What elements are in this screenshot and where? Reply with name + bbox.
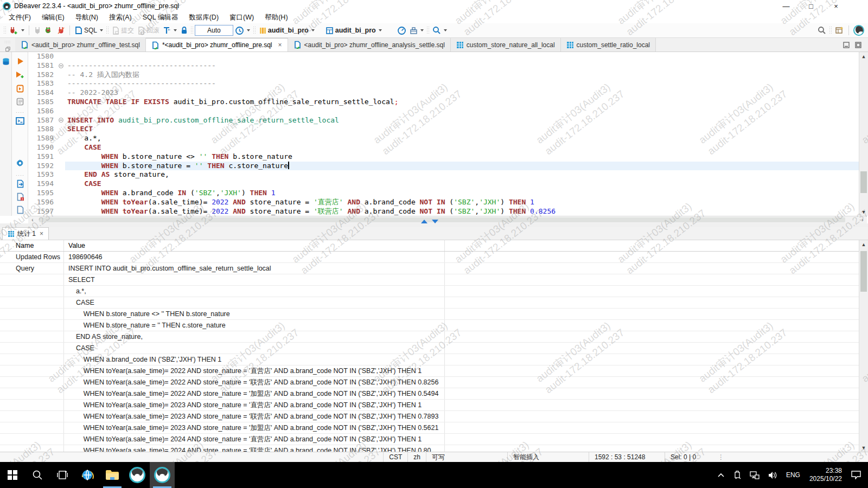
dbeaver-perspective-button[interactable]: [852, 24, 866, 37]
dashboard-button[interactable]: [395, 25, 408, 36]
menu-item-7[interactable]: 帮助(H): [260, 12, 292, 23]
open-perspective-button[interactable]: [833, 25, 846, 36]
commit-button[interactable]: 提交: [110, 25, 136, 36]
code-line-1588[interactable]: 1588SELECT: [28, 125, 859, 134]
code-area[interactable]: 15801581--------------------------------…: [28, 52, 859, 216]
active-connection-selector[interactable]: audit_bi_pro: [257, 25, 316, 36]
execute-script-gray-button[interactable]: [15, 97, 25, 106]
execute-statement-button[interactable]: [15, 56, 25, 66]
menu-item-2[interactable]: 导航(N): [71, 12, 103, 23]
hidden-icons-button[interactable]: [713, 462, 729, 488]
results-row-15[interactable]: WHEN toYear(a.sale_time)= 2023 AND store…: [0, 422, 859, 434]
results-row-10[interactable]: WHEN toYear(a.sale_time)= 2022 AND store…: [0, 365, 859, 377]
status-language[interactable]: zh: [407, 452, 426, 462]
scrollbar-thumb[interactable]: [860, 171, 867, 192]
results-row-16[interactable]: WHEN toYear(a.sale_time)= 2024 AND store…: [0, 434, 859, 445]
code-line-1582[interactable]: 1582-- 4.2 插入国内数据: [28, 70, 859, 80]
code-line-1591[interactable]: 1591 WHEN b.store_nature <> '' THEN b.st…: [28, 152, 859, 162]
results-row-14[interactable]: WHEN toYear(a.sale_time)= 2023 AND store…: [0, 411, 859, 422]
results-row-8[interactable]: CASE: [0, 343, 859, 354]
task-view-button[interactable]: [50, 462, 75, 488]
new-connection-button[interactable]: [8, 25, 26, 36]
status-timezone[interactable]: CST: [383, 452, 407, 462]
code-line-1587[interactable]: 1587INSERT INTO audit_bi_pro.custom_offl…: [28, 116, 859, 125]
editor-horizontal-scrollbar[interactable]: ‹ ›: [28, 216, 867, 223]
scrollbar-thumb[interactable]: [39, 217, 845, 222]
status-insert-mode[interactable]: 智能插入: [507, 452, 589, 462]
execute-new-tab-button[interactable]: [15, 70, 25, 80]
results-row-0[interactable]: Updated Rows198690646: [0, 252, 859, 263]
column-header-name[interactable]: Name: [0, 240, 64, 251]
fold-collapse-icon[interactable]: [59, 63, 63, 68]
transaction-history-button[interactable]: [233, 25, 252, 36]
results-row-13[interactable]: WHEN toYear(a.sale_time)= 2023 AND store…: [0, 400, 859, 411]
menu-item-5[interactable]: 数据库(D): [184, 12, 223, 23]
rollback-button[interactable]: 回滚: [136, 25, 161, 36]
disconnect-button[interactable]: [55, 25, 67, 36]
results-row-17[interactable]: WHEN toYear(a.sale_time)= 2024 AND store…: [0, 445, 859, 452]
code-line-1590[interactable]: 1590 CASE: [28, 143, 859, 152]
scroll-down-arrow[interactable]: ▼: [859, 444, 868, 452]
usb-tray-icon[interactable]: [730, 462, 745, 488]
panel-sash[interactable]: [0, 223, 868, 227]
taskbar-clock[interactable]: 23:38 2025/10/22: [805, 467, 846, 483]
results-row-4[interactable]: CASE: [0, 297, 859, 309]
commit-mode-selector[interactable]: Auto: [195, 25, 233, 36]
fold-column[interactable]: [56, 116, 65, 125]
connect-button[interactable]: [32, 25, 43, 36]
code-line-1596[interactable]: 1596 WHEN toYear(a.sale_time)= 2022 AND …: [28, 198, 859, 207]
close-icon[interactable]: ×: [40, 230, 43, 237]
compile-button[interactable]: [408, 25, 425, 36]
start-button[interactable]: [0, 462, 25, 488]
taskbar-search-button[interactable]: [25, 462, 50, 488]
save-warning-button[interactable]: [15, 192, 25, 202]
dbeaver-taskbar-button[interactable]: [125, 462, 150, 488]
editor-tab-1[interactable]: *<audit_bi_pro> zhumr_offline_pre.sql×: [146, 38, 288, 52]
scroll-up-arrow[interactable]: ▲: [859, 52, 868, 60]
scroll-left-arrow[interactable]: ‹: [28, 216, 37, 223]
scroll-down-arrow[interactable]: ▼: [859, 208, 868, 216]
transaction-log-button[interactable]: [161, 25, 178, 36]
results-row-5[interactable]: WHEN b.store_nature <> '' THEN b.store_n…: [0, 309, 859, 320]
code-line-1595[interactable]: 1595 WHEN a.brand_code IN ('SBZ','JXH') …: [28, 189, 859, 198]
code-line-1589[interactable]: 1589 a.*,: [28, 134, 859, 143]
action-center-button[interactable]: [847, 462, 865, 488]
volume-tray-icon[interactable]: [764, 462, 781, 488]
code-line-1597[interactable]: 1597 WHEN toYear(a.sale_time)= 2022 AND …: [28, 207, 859, 216]
network-tray-icon[interactable]: [746, 462, 763, 488]
results-row-11[interactable]: WHEN toYear(a.sale_time)= 2022 AND store…: [0, 377, 859, 388]
results-row-6[interactable]: WHEN b.store_nature = '' THEN c.store_na…: [0, 320, 859, 331]
editor-tab-0[interactable]: <audit_bi_pro> zhumr_offline_test.sql: [15, 38, 146, 52]
open-console-button[interactable]: [15, 116, 25, 126]
menu-item-6[interactable]: 窗口(W): [225, 12, 258, 23]
maximize-window-button[interactable]: □: [799, 0, 824, 12]
collapse-down-icon[interactable]: [432, 220, 438, 223]
editor-tab-2[interactable]: <audit_bi_pro> zhumr_offline_analysis_se…: [288, 38, 451, 52]
language-indicator[interactable]: ENG: [782, 462, 804, 488]
status-selection[interactable]: Sel: 0 | 0: [665, 452, 713, 462]
code-line-1583[interactable]: 1583-----------------------------------: [28, 79, 859, 88]
results-row-1[interactable]: QueryINSERT INTO audit_bi_pro.custom_off…: [0, 263, 859, 274]
menu-item-4[interactable]: SQL 编辑器: [138, 12, 183, 23]
code-line-1593[interactable]: 1593 END AS store_nature,: [28, 170, 859, 179]
active-schema-selector[interactable]: audit_bi_pro: [324, 25, 384, 36]
menu-item-0[interactable]: 文件(F): [4, 12, 35, 23]
search-menu-button[interactable]: [431, 25, 449, 36]
status-caret-position[interactable]: 1592 : 53 : 51248: [589, 452, 665, 462]
results-row-2[interactable]: SELECT: [0, 274, 859, 286]
scroll-up-arrow[interactable]: ▲: [859, 240, 868, 248]
results-row-7[interactable]: END AS store_nature,: [0, 331, 859, 343]
minimize-panel-icon[interactable]: [843, 42, 850, 48]
sql-editor-button[interactable]: SQL: [73, 25, 105, 36]
minimize-window-button[interactable]: —: [774, 0, 799, 12]
quick-access-search-button[interactable]: [816, 25, 828, 36]
export-result-button[interactable]: [15, 179, 25, 189]
scrollbar-thumb[interactable]: [860, 251, 867, 292]
menu-item-1[interactable]: 编辑(E): [37, 12, 69, 23]
editor-tab-4[interactable]: custom_settle_ratio_local: [561, 38, 656, 52]
file-explorer-button[interactable]: [100, 462, 125, 488]
collapse-up-icon[interactable]: [421, 220, 427, 223]
editor-tab-3[interactable]: custom_store_nature_all_local: [451, 38, 561, 52]
sql-editor[interactable]: 15801581--------------------------------…: [28, 52, 868, 216]
column-header-value[interactable]: Value: [64, 240, 445, 251]
